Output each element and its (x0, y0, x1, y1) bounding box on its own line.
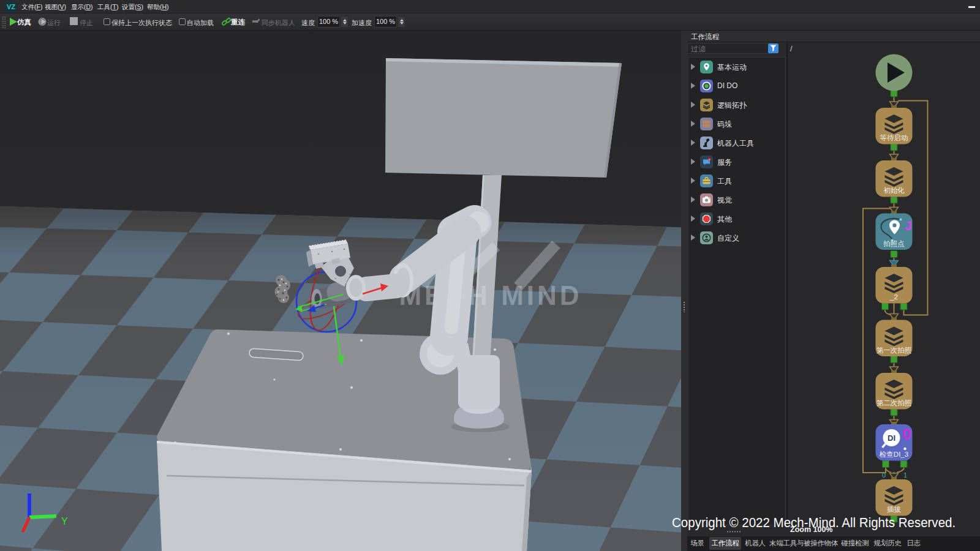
svg-text:插拔: 插拔 (887, 506, 902, 513)
svg-text:0: 0 (902, 425, 911, 443)
svg-text:_2: _2 (889, 293, 898, 301)
svg-text:1: 1 (903, 471, 907, 479)
svg-text:初始化: 初始化 (883, 187, 905, 194)
svg-text:第二次拍照: 第二次拍照 (876, 399, 912, 407)
svg-text:等待启动: 等待启动 (880, 134, 908, 141)
svg-text:MECH MIND: MECH MIND (399, 280, 582, 310)
svg-text:第一次拍照: 第一次拍照 (876, 347, 912, 354)
svg-text:检查DI_3: 检查DI_3 (879, 451, 908, 458)
svg-text:0: 0 (882, 471, 886, 479)
svg-text:拍照点: 拍照点 (883, 240, 905, 248)
svg-text:Y: Y (61, 516, 68, 527)
svg-text:J: J (905, 219, 912, 233)
svg-text:DI: DI (888, 433, 895, 443)
